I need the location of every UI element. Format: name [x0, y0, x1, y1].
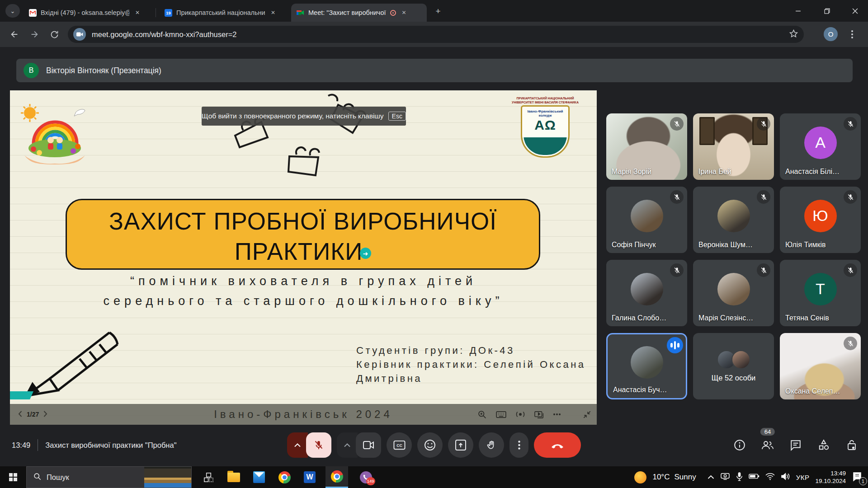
url-text[interactable]: meet.google.com/wbf-kmno-xxi?authuser=2: [92, 30, 789, 39]
chrome-icon[interactable]: [273, 466, 296, 488]
participant-tile-speaking[interactable]: Анастасія Буч…: [606, 333, 687, 399]
presenter-avatar: В: [24, 63, 39, 78]
chat-button[interactable]: [789, 439, 802, 451]
window-minimize-button[interactable]: [785, 0, 811, 22]
kindergarten-logo: [18, 102, 91, 165]
svg-text:CC: CC: [396, 443, 402, 448]
activities-button[interactable]: [817, 439, 830, 451]
weather-temperature[interactable]: 10°C: [652, 473, 670, 482]
mic-muted-icon: [844, 337, 857, 350]
camera-options-chevron[interactable]: [337, 432, 358, 458]
exit-fullscreen-icon[interactable]: [583, 410, 591, 419]
word-icon[interactable]: W: [298, 466, 321, 488]
slide-info-block: Студентів групи: ДОк-43 Керівник практик…: [356, 343, 586, 385]
new-tab-button[interactable]: +: [432, 5, 444, 17]
file-explorer-icon[interactable]: [222, 466, 245, 488]
end-call-button[interactable]: [534, 432, 581, 458]
presenter-name: Вікторія Вінтоняк (Презентація): [46, 66, 161, 75]
participant-name: Вероніка Шум…: [698, 241, 753, 249]
zoom-in-icon[interactable]: [477, 410, 487, 419]
tray-volume-icon[interactable]: [781, 473, 790, 482]
captions-button[interactable]: CC: [387, 432, 412, 458]
host-controls-button[interactable]: [845, 439, 858, 451]
notification-center-icon[interactable]: 1: [852, 471, 864, 483]
pencil-drawing: [10, 324, 119, 401]
participant-avatar: [631, 346, 663, 379]
taskbar-clock[interactable]: 13:49 19.10.2024: [815, 469, 846, 485]
meeting-details-button[interactable]: [733, 439, 746, 451]
tray-wifi-icon[interactable]: [765, 473, 775, 482]
teal-accent-shape: [10, 391, 33, 399]
weather-sun-icon[interactable]: [634, 471, 646, 483]
more-participants-tile[interactable]: Ще 52 особи: [693, 333, 774, 399]
chrome-active-icon[interactable]: [326, 466, 348, 488]
bookmark-star-icon[interactable]: [789, 29, 798, 40]
tab-meet-active[interactable]: Meet: "Захист виробничої ✕: [291, 4, 427, 22]
tab-close-icon[interactable]: ✕: [133, 9, 142, 17]
window-close-button[interactable]: [842, 0, 868, 22]
next-slide-button[interactable]: [43, 411, 47, 418]
tray-camera-icon[interactable]: [720, 472, 730, 482]
tab-calendar[interactable]: 19 Прикарпатський національни ✕: [159, 4, 289, 22]
mic-button-group: [287, 432, 331, 458]
tab-title: Прикарпатський національни: [176, 9, 265, 16]
participant-tile[interactable]: Марія Зорій: [606, 113, 687, 180]
laser-pointer-icon[interactable]: [515, 410, 525, 418]
mic-muted-button[interactable]: [306, 432, 331, 458]
participant-tile[interactable]: Т Тетяна Сенів: [780, 260, 861, 326]
browser-profile-avatar[interactable]: O: [824, 27, 838, 41]
tray-microphone-icon[interactable]: [736, 472, 743, 483]
task-view-button[interactable]: [197, 466, 220, 488]
participant-tile[interactable]: А Анастасія Білі…: [780, 113, 861, 180]
keyboard-icon[interactable]: [496, 411, 506, 418]
participant-avatar: [631, 200, 663, 232]
people-button[interactable]: 64: [761, 439, 774, 451]
overflow-avatars: [717, 350, 750, 369]
forward-button[interactable]: [28, 28, 41, 41]
tray-battery-icon[interactable]: [749, 473, 760, 481]
browser-menu-icon[interactable]: [846, 28, 858, 41]
mic-options-chevron[interactable]: [287, 432, 308, 458]
participant-avatar: Ю: [804, 200, 837, 232]
language-indicator[interactable]: УКР: [796, 474, 810, 481]
address-bar[interactable]: meet.google.com/wbf-kmno-xxi?authuser=2: [68, 26, 804, 43]
participant-tile[interactable]: Оксана Селеп…: [780, 333, 861, 399]
weather-condition[interactable]: Sunny: [674, 473, 696, 482]
camera-button[interactable]: [356, 432, 381, 458]
back-button[interactable]: [8, 28, 21, 41]
more-options-button[interactable]: [509, 432, 528, 458]
search-daily-artwork[interactable]: [144, 467, 191, 488]
more-tools-icon[interactable]: [553, 413, 561, 416]
participant-tile[interactable]: Софія Пінчук: [606, 187, 687, 253]
tab-gmail[interactable]: Вхідні (479) - oksana.selepiy@p ✕: [24, 4, 157, 22]
meet-camera-badge-icon[interactable]: [73, 28, 86, 41]
clock-time: 13:49: [815, 469, 846, 477]
taskbar-search-box[interactable]: Пошук: [26, 466, 192, 488]
tray-expand-chevron[interactable]: [708, 473, 714, 481]
college-emblem: ПРИКАРПАТСЬКИЙ НАЦІОНАЛЬНИЙУНІВЕРСИТЕТ І…: [511, 97, 580, 158]
esc-key-label: Esc: [388, 112, 406, 121]
present-mode-icon[interactable]: [534, 410, 544, 418]
viber-icon[interactable]: 149: [354, 466, 377, 488]
start-button[interactable]: [0, 466, 26, 488]
reactions-button[interactable]: [417, 432, 443, 458]
tab-close-icon[interactable]: ✕: [269, 9, 277, 17]
present-screen-button[interactable]: [448, 432, 473, 458]
window-restore-button[interactable]: [814, 0, 840, 22]
participant-name: Софія Пінчук: [612, 241, 656, 249]
participant-tile[interactable]: Марія Слезінс…: [693, 260, 774, 326]
participant-tile[interactable]: Ю Юлія Тимків: [780, 187, 861, 253]
participant-tile[interactable]: Галина Слобо…: [606, 260, 687, 326]
mail-app-icon[interactable]: [248, 466, 270, 488]
reload-button[interactable]: [48, 28, 61, 41]
mic-muted-icon: [844, 263, 857, 277]
prev-slide-button[interactable]: [18, 411, 22, 418]
raise-hand-button[interactable]: [479, 432, 504, 458]
participant-tile[interactable]: Вероніка Шум…: [693, 187, 774, 253]
participant-tile[interactable]: Ірина Бей: [693, 113, 774, 180]
tab-close-icon[interactable]: ✕: [400, 9, 408, 17]
windows-logo-icon: [9, 473, 17, 481]
tab-search-caret-icon[interactable]: ⌄: [5, 4, 20, 18]
slide-page-indicator: 1/27: [27, 411, 39, 418]
shared-presentation-slide: Щоб вийти з повноекранного режиму, натис…: [10, 90, 597, 425]
